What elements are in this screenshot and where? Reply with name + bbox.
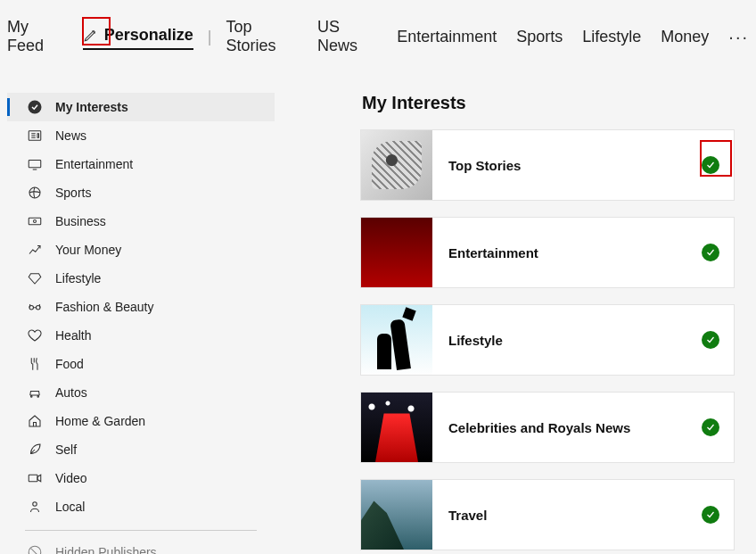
svg-rect-8 [29,475,37,482]
sidebar-item-label: Sports [55,186,91,200]
ball-icon [27,185,43,201]
nav-top-stories[interactable]: Top Stories [226,16,298,57]
interest-card-label: Top Stories [432,158,702,173]
chart-icon [27,242,43,258]
sidebar-item-entertainment[interactable]: Entertainment [7,150,275,178]
interest-card-celebrities[interactable]: Celebrities and Royals News [360,392,735,463]
interest-card-top-stories[interactable]: Top Stories [360,129,735,201]
thumbnail-silhouette [361,305,432,375]
nav-us-news[interactable]: US News [317,16,377,57]
thumbnail-newspaper [361,130,432,200]
sidebar-item-food[interactable]: Food [7,350,275,378]
food-icon [27,356,43,372]
sidebar-item-your-money[interactable]: Your Money [7,236,275,264]
svg-point-0 [29,101,42,114]
leaf-icon [27,442,43,458]
diamond-icon [27,270,43,286]
nav-sports[interactable]: Sports [516,26,563,48]
sidebar-item-label: Entertainment [55,157,133,171]
sidebar-separator [25,530,257,531]
tv-icon [27,156,43,172]
sidebar-item-sports[interactable]: Sports [7,178,275,207]
nav-my-feed[interactable]: My Feed [7,16,63,57]
sidebar-item-label: Hidden Publishers [55,545,157,554]
sidebar-item-news[interactable]: News [7,121,275,150]
svg-point-5 [34,220,37,223]
thumbnail-red-carpet [361,393,432,462]
nav-more-button[interactable]: ··· [728,27,749,47]
person-pin-icon [27,499,43,515]
interest-toggle-check[interactable] [702,418,719,436]
home-icon [27,413,43,429]
sidebar: My Interests News Entertainment Sports B… [7,93,275,554]
sidebar-item-local[interactable]: Local [7,492,275,521]
nav-personalize-label: Personalize [104,26,193,45]
sidebar-item-label: Business [55,214,106,228]
sidebar-item-fashion[interactable]: Fashion & Beauty [7,293,275,321]
money-icon [27,213,43,229]
sidebar-item-label: News [55,128,86,143]
interest-card-label: Lifestyle [432,333,702,348]
sidebar-item-label: Food [55,357,84,371]
main-layout: My Interests News Entertainment Sports B… [0,68,756,554]
sidebar-item-health[interactable]: Health [7,321,275,350]
interest-toggle-check[interactable] [702,244,719,261]
interest-card-entertainment[interactable]: Entertainment [360,217,735,288]
nav-separator: | [208,28,212,46]
sidebar-item-self[interactable]: Self [7,435,275,464]
sidebar-item-label: Health [55,328,91,343]
sidebar-item-autos[interactable]: Autos [7,378,275,407]
blocked-icon [27,544,43,554]
thumbnail-fjord [361,480,432,550]
sidebar-item-lifestyle[interactable]: Lifestyle [7,264,275,293]
car-icon [27,384,43,401]
svg-point-9 [33,502,37,507]
interest-card-label: Travel [432,508,702,523]
interest-toggle-check[interactable] [702,506,719,524]
top-nav: My Feed Personalize | Top Stories US New… [0,0,756,68]
page-title: My Interests [362,93,749,113]
svg-rect-4 [29,218,41,225]
sidebar-item-business[interactable]: Business [7,207,275,236]
sidebar-item-home-garden[interactable]: Home & Garden [7,407,275,435]
heart-icon [27,327,43,343]
sidebar-item-label: My Interests [55,100,128,114]
nav-personalize[interactable]: Personalize [83,24,193,50]
interest-card-lifestyle[interactable]: Lifestyle [360,304,735,376]
sidebar-item-my-interests[interactable]: My Interests [7,93,275,121]
content-panel: My Interests Top Stories Entertainment L… [360,93,749,554]
nav-lifestyle[interactable]: Lifestyle [582,26,641,48]
video-icon [27,470,43,486]
thumbnail-curtain [361,218,432,287]
check-circle-icon [27,99,43,115]
interest-card-label: Celebrities and Royals News [432,420,702,435]
sidebar-item-label: Autos [55,385,87,400]
sidebar-item-label: Local [55,500,85,514]
sidebar-item-label: Your Money [55,243,121,257]
interest-card-label: Entertainment [432,245,702,260]
sidebar-item-label: Lifestyle [55,271,101,285]
glasses-icon [27,299,43,315]
svg-point-3 [29,187,40,198]
pencil-icon [83,27,99,43]
sidebar-item-hidden-publishers[interactable]: Hidden Publishers [7,538,275,554]
nav-entertainment[interactable]: Entertainment [397,26,497,48]
svg-rect-2 [29,161,41,168]
sidebar-item-video[interactable]: Video [7,464,275,492]
interest-card-travel[interactable]: Travel [360,479,735,550]
sidebar-item-label: Fashion & Beauty [55,300,154,314]
sidebar-item-label: Video [55,471,87,485]
interest-toggle-check[interactable] [702,156,719,174]
newspaper-icon [27,128,43,144]
sidebar-item-label: Self [55,442,77,457]
nav-money[interactable]: Money [661,26,709,48]
interest-toggle-check[interactable] [702,331,719,349]
sidebar-item-label: Home & Garden [55,414,145,428]
